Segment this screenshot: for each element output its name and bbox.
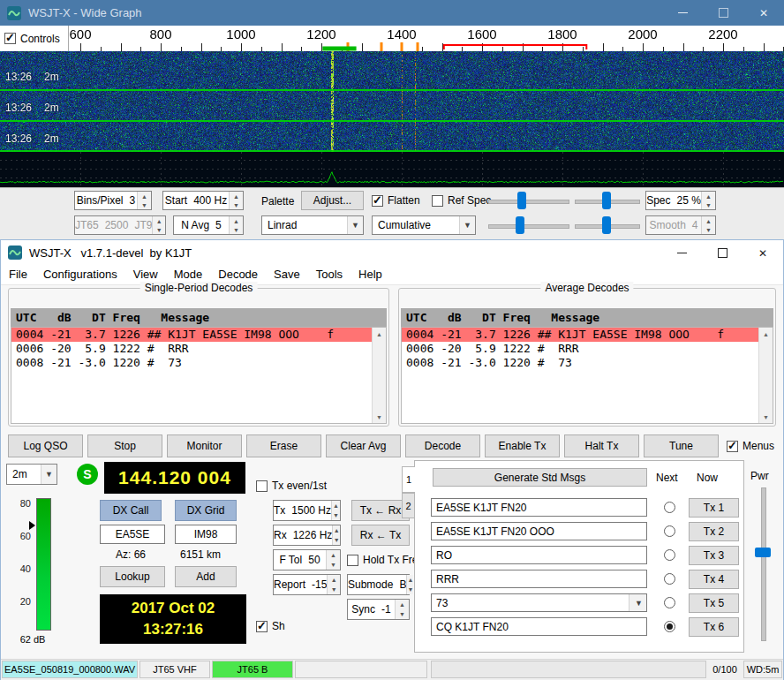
spinner-arrows-icon[interactable]: ▲▼ <box>137 192 151 209</box>
band-combobox[interactable]: 2m ▼ <box>6 464 57 485</box>
slider-handle[interactable] <box>602 192 611 209</box>
clear-avg-button[interactable]: Clear Avg <box>326 434 401 457</box>
waterfall-display[interactable] <box>0 51 784 152</box>
spectrum-display[interactable] <box>0 152 784 187</box>
decode-row[interactable]: 0008 -21 -3.0 1220 # 73 <box>11 356 386 370</box>
spinner-arrows-icon[interactable]: ▲▼ <box>701 192 715 209</box>
menus-checkbox[interactable]: Menus <box>727 440 774 452</box>
menu-save[interactable]: Save <box>266 265 308 284</box>
frequency-scale[interactable] <box>0 26 784 51</box>
main-close-button[interactable]: ✕ <box>743 240 783 266</box>
spinner-arrows-icon[interactable]: ▲▼ <box>327 575 340 594</box>
submode-spinner[interactable]: SubmodeB ▲▼ <box>347 574 410 595</box>
wg-close-button[interactable]: ✕ <box>743 0 784 26</box>
tx6-message-field[interactable]: CQ K1JT FN20 <box>431 617 647 636</box>
tx1-next-radio[interactable] <box>664 502 675 513</box>
spinner-arrows-icon[interactable]: ▲▼ <box>326 550 340 570</box>
decode-row[interactable]: 0006 -20 5.9 1222 # RRR <box>402 342 773 356</box>
wg-minimize-button[interactable] <box>662 0 703 26</box>
lookup-button[interactable]: Lookup <box>100 566 165 587</box>
scroll-up-icon[interactable]: ▲ <box>373 328 386 340</box>
smooth-spinner[interactable]: Smooth4 ▲▼ <box>645 215 716 235</box>
spinner-arrows-icon[interactable]: ▲▼ <box>229 216 243 234</box>
stop-button[interactable]: Stop <box>87 434 162 457</box>
tx3-message-field[interactable]: RO <box>431 546 647 564</box>
spinner-arrows-icon[interactable]: ▲▼ <box>395 600 409 619</box>
spinner-arrows-icon[interactable]: ▲▼ <box>229 192 243 209</box>
tx2-next-radio[interactable] <box>664 525 675 537</box>
tx-even-checkbox[interactable]: Tx even/1st <box>256 480 327 492</box>
waterfall-zero-slider[interactable] <box>575 191 640 210</box>
ftol-spinner[interactable]: F Tol50 ▲▼ <box>273 549 341 570</box>
tx5-now-button[interactable]: Tx 5 <box>689 593 739 613</box>
tune-button[interactable]: Tune <box>644 434 719 457</box>
adjust-button[interactable]: Adjust... <box>301 191 364 210</box>
tx6-now-button[interactable]: Tx 6 <box>689 617 739 637</box>
pwr-slider[interactable] <box>761 487 766 641</box>
bins-pixel-spinner[interactable]: Bins/Pixel3 ▲▼ <box>74 191 152 210</box>
n-avg-spinner[interactable]: N Avg5 ▲▼ <box>173 215 244 235</box>
slider-handle[interactable] <box>517 192 526 209</box>
tx5-next-radio[interactable] <box>664 597 675 608</box>
spec-percent-spinner[interactable]: Spec25 % ▲▼ <box>645 191 716 210</box>
erase-button[interactable]: Erase <box>246 434 321 457</box>
dx-grid-field[interactable]: IM98 <box>175 525 237 544</box>
slider-handle[interactable] <box>602 216 611 234</box>
tx4-message-field[interactable]: RRR <box>431 570 647 588</box>
scroll-down-icon[interactable]: ▼ <box>373 411 386 423</box>
decode-row[interactable]: 0004 -21 3.7 1226 ## K1JT EA5SE IM98 OOO… <box>11 328 386 342</box>
add-button[interactable]: Add <box>175 566 237 587</box>
tx4-now-button[interactable]: Tx 4 <box>689 570 739 589</box>
decode-row[interactable]: 0008 -21 -3.0 1220 # 73 <box>402 356 773 370</box>
wg-maximize-button[interactable] <box>703 0 743 26</box>
spectrum-gain-slider[interactable] <box>488 215 569 235</box>
flatten-checkbox[interactable]: Flatten <box>372 194 420 207</box>
sync-spinner[interactable]: Sync-1 ▲▼ <box>347 599 410 620</box>
main-minimize-button[interactable] <box>661 240 702 266</box>
tx1-message-field[interactable]: EA5SE K1JT FN20 <box>431 498 647 517</box>
generate-std-msgs-button[interactable]: Generate Std Msgs <box>433 468 647 487</box>
tx2-now-button[interactable]: Tx 2 <box>689 522 739 541</box>
pwr-slider-handle[interactable] <box>755 548 771 557</box>
monitor-button[interactable]: Monitor <box>167 434 242 457</box>
start-hz-spinner[interactable]: Start400 Hz ▲▼ <box>162 191 244 210</box>
palette-combobox[interactable]: Linrad ▼ <box>261 215 364 235</box>
controls-checkbox[interactable]: Controls <box>4 33 60 45</box>
wide-graph-titlebar[interactable]: WSJT-X - Wide Graph ✕ <box>0 0 784 26</box>
average-decode-list[interactable]: 0004 -21 3.7 1226 ## K1JT EA5SE IM98 OOO… <box>401 327 773 424</box>
tx5-message-field[interactable]: 73▼ <box>431 593 647 612</box>
spinner-arrows-icon[interactable]: ▲▼ <box>701 216 715 234</box>
scroll-down-icon[interactable]: ▼ <box>759 411 773 423</box>
menu-configurations[interactable]: Configurations <box>35 265 125 284</box>
scroll-up-icon[interactable]: ▲ <box>759 328 773 340</box>
main-titlebar[interactable]: WSJT-X v1.7.1-devel by K1JT ✕ <box>1 240 783 265</box>
decode-button[interactable]: Decode <box>405 434 480 457</box>
report-spinner[interactable]: Report-15 ▲▼ <box>273 574 341 595</box>
sh-checkbox[interactable]: Sh <box>256 620 285 632</box>
main-maximize-button[interactable] <box>702 240 743 266</box>
dx-call-button[interactable]: DX Call <box>100 500 162 521</box>
spinner-arrows-icon[interactable]: ▲▼ <box>406 575 413 594</box>
jt65-jt9-split-spinner[interactable]: JT652500JT9 ▲▼ <box>74 215 166 235</box>
tx3-next-radio[interactable] <box>664 549 675 561</box>
hold-tx-freq-checkbox[interactable]: Hold Tx Freq <box>347 554 424 566</box>
spinner-arrows-icon[interactable]: ▲▼ <box>332 525 340 545</box>
spectrum-zero-slider[interactable] <box>575 215 640 235</box>
tx4-next-radio[interactable] <box>664 573 675 585</box>
rx-from-tx-button[interactable]: Rx ← Tx <box>351 525 410 546</box>
menu-tools[interactable]: Tools <box>308 265 351 284</box>
decode-row[interactable]: 0006 -20 5.9 1222 # RRR <box>11 342 386 356</box>
tx3-now-button[interactable]: Tx 3 <box>689 546 739 565</box>
dx-call-field[interactable]: EA5SE <box>100 525 165 544</box>
waterfall-gain-slider[interactable] <box>488 191 569 210</box>
rx-freq-spinner[interactable]: Rx1226 Hz ▲▼ <box>273 525 341 546</box>
menu-help[interactable]: Help <box>351 265 390 284</box>
dx-grid-button[interactable]: DX Grid <box>175 500 237 521</box>
spectrum-type-combobox[interactable]: Cumulative ▼ <box>372 215 476 235</box>
single-period-decode-list[interactable]: 0004 -21 3.7 1226 ## K1JT EA5SE IM98 OOO… <box>11 327 387 424</box>
vertical-scrollbar[interactable]: ▲▼ <box>758 328 773 423</box>
menu-file[interactable]: File <box>1 265 35 284</box>
tx1-now-button[interactable]: Tx 1 <box>689 498 739 518</box>
tab-2[interactable]: 2 <box>402 493 415 518</box>
ref-spec-checkbox[interactable]: Ref Spec <box>432 194 491 207</box>
